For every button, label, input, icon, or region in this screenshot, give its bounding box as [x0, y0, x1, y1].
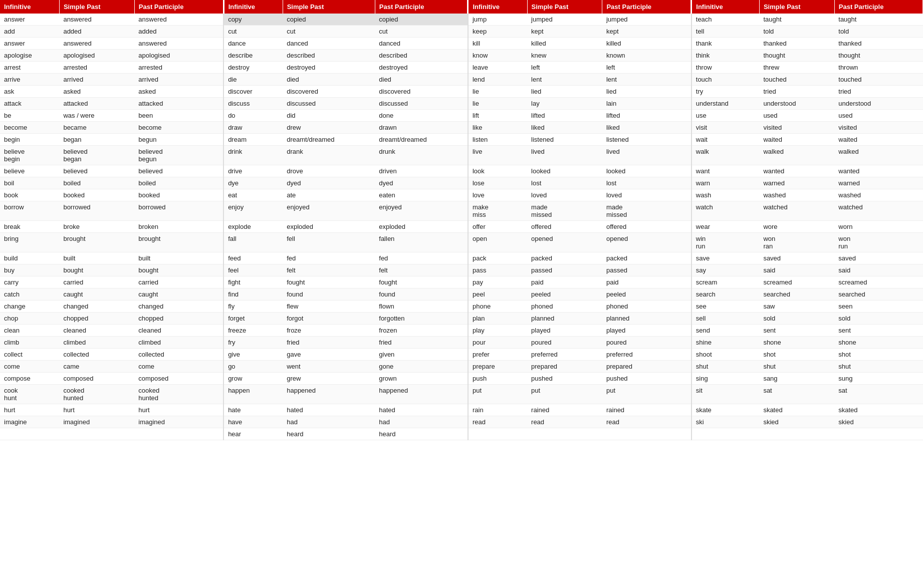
cell-g1-r13-c0: dye — [223, 177, 283, 189]
cell-g2-r1-c2: kept — [602, 26, 691, 38]
cell-g0-r23-c2: chopped — [134, 313, 223, 325]
cell-g2-r12-c1: looked — [527, 165, 602, 177]
cell-g0-r4-c1: arrested — [59, 62, 134, 74]
cell-g2-r17-c1: opened — [527, 233, 602, 252]
cell-g3-r20-c2: screamed — [834, 276, 922, 288]
cell-g1-r17-c2: fallen — [375, 233, 468, 252]
cell-g1-r1-c2: cut — [375, 26, 468, 38]
cell-g0-r32-c1 — [59, 428, 134, 440]
cell-g1-r9-c1: drew — [283, 122, 375, 134]
cell-g2-r3-c0: know — [468, 50, 527, 62]
column-header-2-2: Past Participle — [602, 0, 691, 14]
cell-g0-r12-c0: believe — [0, 165, 59, 177]
cell-g0-r17-c0: bring — [0, 233, 59, 252]
cell-g3-r20-c1: screamed — [759, 276, 834, 288]
cell-g3-r15-c1: watched — [759, 201, 834, 221]
cell-g3-r14-c0: wash — [691, 189, 760, 201]
cell-g3-r29-c0: sit — [691, 385, 760, 404]
cell-g1-r2-c2: danced — [375, 38, 468, 50]
cell-g2-r5-c1: lent — [527, 74, 602, 86]
cell-g1-r5-c1: died — [283, 74, 375, 86]
cell-g2-r23-c2: planned — [602, 313, 691, 325]
cell-g0-r14-c0: book — [0, 189, 59, 201]
cell-g0-r25-c2: climbed — [134, 337, 223, 349]
cell-g3-r21-c1: searched — [759, 288, 834, 301]
table-row: attackattackedattackeddiscussdiscusseddi… — [0, 98, 923, 110]
cell-g0-r27-c2: come — [134, 361, 223, 373]
cell-g1-r27-c2: gone — [375, 361, 468, 373]
cell-g3-r3-c1: thought — [759, 50, 834, 62]
cell-g3-r4-c0: throw — [691, 62, 760, 74]
cell-g1-r5-c0: die — [223, 74, 283, 86]
cell-g0-r28-c1: composed — [59, 373, 134, 385]
table-row: imagineimaginedimaginedhavehadhadreadrea… — [0, 416, 923, 428]
cell-g1-r0-c0: copy — [223, 14, 283, 26]
table-row: bewas / werebeendodiddoneliftliftedlifte… — [0, 110, 923, 122]
cell-g3-r25-c1: shone — [759, 337, 834, 349]
cell-g2-r16-c0: offer — [468, 221, 527, 233]
cell-g0-r10-c0: begin — [0, 134, 59, 146]
cell-g1-r30-c2: hated — [375, 404, 468, 416]
cell-g3-r0-c2: taught — [834, 14, 922, 26]
cell-g1-r32-c0: hear — [223, 428, 283, 440]
column-header-2-1: Simple Past — [527, 0, 602, 14]
cell-g1-r7-c1: discussed — [283, 98, 375, 110]
cell-g2-r29-c1: put — [527, 385, 602, 404]
column-header-0-2: Past Participle — [134, 0, 223, 14]
cell-g3-r31-c1: skied — [759, 416, 834, 428]
cell-g2-r8-c2: lifted — [602, 110, 691, 122]
cell-g2-r30-c2: rained — [602, 404, 691, 416]
column-header-2-0: Infinitive — [468, 0, 527, 14]
cell-g1-r2-c1: danced — [283, 38, 375, 50]
cell-g0-r11-c2: believed begun — [134, 146, 223, 165]
cell-g0-r15-c2: borrowed — [134, 201, 223, 221]
cell-g3-r3-c2: thought — [834, 50, 922, 62]
cell-g2-r19-c0: pass — [468, 264, 527, 276]
cell-g0-r3-c2: apologised — [134, 50, 223, 62]
cell-g2-r10-c1: listened — [527, 134, 602, 146]
cell-g2-r32-c1 — [527, 428, 602, 440]
cell-g2-r19-c2: passed — [602, 264, 691, 276]
cell-g1-r22-c1: flew — [283, 301, 375, 313]
cell-g0-r7-c1: attacked — [59, 98, 134, 110]
cell-g2-r9-c2: liked — [602, 122, 691, 134]
cell-g3-r19-c2: said — [834, 264, 922, 276]
cell-g2-r13-c1: lost — [527, 177, 602, 189]
cell-g1-r2-c0: dance — [223, 38, 283, 50]
cell-g0-r17-c1: brought — [59, 233, 134, 252]
cell-g2-r3-c2: known — [602, 50, 691, 62]
cell-g2-r12-c2: looked — [602, 165, 691, 177]
column-header-0-0: Infinitive — [0, 0, 59, 14]
cell-g1-r22-c0: fly — [223, 301, 283, 313]
table-row: catchcaughtcaughtfindfoundfoundpeelpeele… — [0, 288, 923, 301]
cell-g3-r15-c2: watched — [834, 201, 922, 221]
cell-g3-r30-c2: skated — [834, 404, 922, 416]
cell-g2-r11-c2: lived — [602, 146, 691, 165]
cell-g2-r14-c1: loved — [527, 189, 602, 201]
cell-g2-r15-c0: make miss — [468, 201, 527, 221]
cell-g0-r20-c1: carried — [59, 276, 134, 288]
cell-g0-r15-c0: borrow — [0, 201, 59, 221]
cell-g2-r29-c0: put — [468, 385, 527, 404]
cell-g1-r19-c0: feel — [223, 264, 283, 276]
cell-g0-r13-c1: boiled — [59, 177, 134, 189]
cell-g3-r28-c2: sung — [834, 373, 922, 385]
cell-g3-r26-c1: shot — [759, 349, 834, 361]
cell-g3-r29-c2: sat — [834, 385, 922, 404]
cell-g1-r29-c2: happened — [375, 385, 468, 404]
cell-g3-r21-c0: search — [691, 288, 760, 301]
cell-g1-r11-c1: drank — [283, 146, 375, 165]
column-header-1-2: Past Participle — [375, 0, 468, 14]
cell-g2-r27-c0: prepare — [468, 361, 527, 373]
cell-g1-r14-c2: eaten — [375, 189, 468, 201]
cell-g1-r0-c2: copied — [375, 14, 468, 26]
cell-g2-r27-c2: prepared — [602, 361, 691, 373]
cell-g2-r16-c1: offered — [527, 221, 602, 233]
cell-g0-r31-c0: imagine — [0, 416, 59, 428]
cell-g2-r1-c1: kept — [527, 26, 602, 38]
cell-g0-r19-c2: bought — [134, 264, 223, 276]
cell-g2-r8-c1: lifted — [527, 110, 602, 122]
table-row: collectcollectedcollectedgivegavegivenpr… — [0, 349, 923, 361]
cell-g0-r22-c1: changed — [59, 301, 134, 313]
cell-g3-r15-c0: watch — [691, 201, 760, 221]
